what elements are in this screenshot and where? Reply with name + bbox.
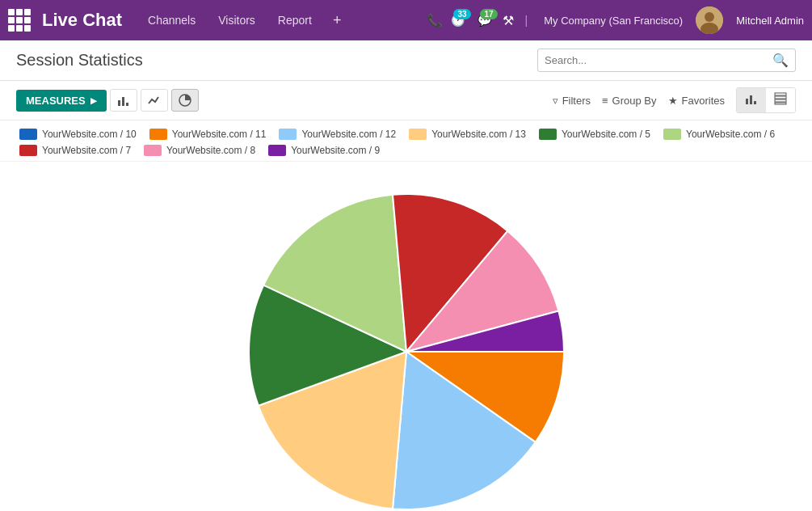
svg-rect-9 <box>754 101 756 104</box>
filters-label: Filters <box>562 95 591 107</box>
legend-label: YourWebsite.com / 11 <box>172 129 267 140</box>
legend-item: YourWebsite.com / 5 <box>539 129 650 140</box>
legend-color-swatch <box>539 129 557 140</box>
measures-button[interactable]: MEASURES ▶ <box>16 90 107 112</box>
legend-label: YourWebsite.com / 13 <box>431 129 526 140</box>
legend-color-swatch <box>268 145 286 156</box>
subheader: Session Statistics 🔍 <box>0 40 812 81</box>
bar-chart-icon <box>117 94 130 107</box>
pie-chart-icon <box>179 94 191 107</box>
chart-view-icon <box>745 92 758 105</box>
legend-color-swatch <box>663 129 681 140</box>
chat-badge: 17 <box>480 9 497 19</box>
legend-label: YourWebsite.com / 5 <box>562 129 650 140</box>
clock-badge-wrap[interactable]: 🕐 33 <box>451 14 465 27</box>
legend-item: YourWebsite.com / 13 <box>409 129 526 140</box>
legend-color-swatch <box>19 129 37 140</box>
top-navigation: Live Chat Channels Visitors Report + 📞 🕐… <box>0 0 812 40</box>
svg-rect-10 <box>775 93 786 95</box>
table-view-button[interactable] <box>766 88 795 112</box>
legend-item: YourWebsite.com / 12 <box>279 129 396 140</box>
legend-item: YourWebsite.com / 10 <box>19 129 137 140</box>
legend-color-swatch <box>279 129 297 140</box>
pie-chart-button[interactable] <box>171 89 199 112</box>
apps-grid-icon[interactable] <box>8 9 31 32</box>
legend-color-swatch <box>149 129 167 140</box>
svg-rect-5 <box>126 103 128 106</box>
menu-visitors[interactable]: Visitors <box>208 9 265 32</box>
group-by-label: Group By <box>612 95 657 107</box>
filter-icon: ▿ <box>553 95 558 107</box>
group-by-icon: ≡ <box>602 95 608 107</box>
line-chart-icon <box>148 94 161 107</box>
group-by-button[interactable]: ≡ Group By <box>602 95 657 107</box>
page-title: Session Statistics <box>16 51 143 70</box>
add-button[interactable]: + <box>325 7 350 34</box>
search-icon[interactable]: 🔍 <box>772 53 789 68</box>
menu-report[interactable]: Report <box>268 9 322 32</box>
star-icon: ★ <box>668 95 678 107</box>
svg-rect-8 <box>750 95 752 104</box>
pie-chart <box>233 178 580 511</box>
legend-bar: YourWebsite.com / 10 YourWebsite.com / 1… <box>0 120 812 162</box>
username[interactable]: Mitchell Admin <box>736 15 804 27</box>
svg-rect-13 <box>775 103 786 104</box>
separator: | <box>525 14 528 27</box>
svg-rect-7 <box>746 99 748 104</box>
legend-item: YourWebsite.com / 7 <box>19 145 131 156</box>
legend-item: YourWebsite.com / 6 <box>663 129 775 140</box>
search-bar: 🔍 <box>537 49 796 72</box>
chart-view-button[interactable] <box>737 88 766 112</box>
bar-chart-button[interactable] <box>110 89 137 112</box>
legend-label: YourWebsite.com / 6 <box>686 129 775 140</box>
line-chart-button[interactable] <box>141 89 168 112</box>
settings-icon[interactable]: ⚒ <box>503 13 514 28</box>
app-title: Live Chat <box>42 10 122 31</box>
legend-color-swatch <box>409 129 427 140</box>
view-toggle <box>736 87 796 113</box>
phone-icon[interactable]: 📞 <box>427 13 443 28</box>
legend-label: YourWebsite.com / 10 <box>42 129 137 140</box>
legend-color-swatch <box>19 145 37 156</box>
svg-rect-3 <box>118 100 120 106</box>
table-view-icon <box>774 92 787 105</box>
svg-point-1 <box>705 12 714 22</box>
filters-button[interactable]: ▿ Filters <box>553 95 591 107</box>
search-input[interactable] <box>545 54 772 66</box>
avatar[interactable] <box>696 6 723 34</box>
measures-label: MEASURES <box>26 95 86 107</box>
svg-rect-4 <box>122 97 124 106</box>
legend-item: YourWebsite.com / 11 <box>149 129 267 140</box>
main-menu: Channels Visitors Report + <box>138 7 349 34</box>
legend-label: YourWebsite.com / 7 <box>42 145 131 156</box>
favorites-button[interactable]: ★ Favorites <box>668 95 725 107</box>
toolbar-right: ▿ Filters ≡ Group By ★ Favorites <box>553 87 796 113</box>
favorites-label: Favorites <box>682 95 725 107</box>
legend-label: YourWebsite.com / 8 <box>166 145 255 156</box>
menu-channels[interactable]: Channels <box>138 9 205 32</box>
measures-arrow-icon: ▶ <box>90 96 97 105</box>
legend-item: YourWebsite.com / 8 <box>144 145 255 156</box>
chat-badge-wrap[interactable]: 💬 17 <box>478 14 491 27</box>
svg-rect-12 <box>775 99 786 102</box>
legend-label: YourWebsite.com / 12 <box>301 129 396 140</box>
company-name[interactable]: My Company (San Francisco) <box>544 15 683 27</box>
topnav-icons: 📞 🕐 33 💬 17 ⚒ | My Company (San Francisc… <box>427 6 804 34</box>
clock-badge: 33 <box>453 9 470 19</box>
toolbar: MEASURES ▶ ▿ Filters ≡ Group By ★ <box>0 81 812 120</box>
svg-rect-11 <box>775 96 786 99</box>
legend-label: YourWebsite.com / 9 <box>291 145 380 156</box>
legend-item: YourWebsite.com / 9 <box>268 145 380 156</box>
chart-area <box>0 162 812 511</box>
legend-color-swatch <box>144 145 162 156</box>
